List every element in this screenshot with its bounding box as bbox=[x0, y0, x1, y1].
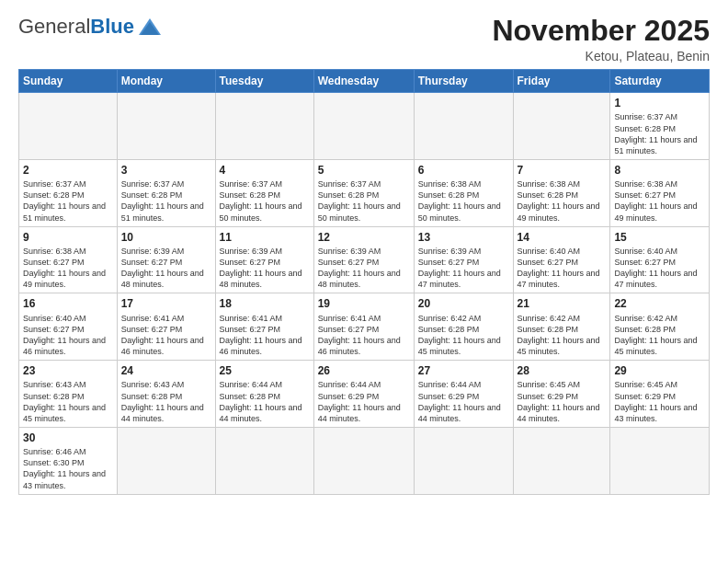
table-row: 15Sunrise: 6:40 AM Sunset: 6:27 PM Dayli… bbox=[610, 226, 710, 293]
table-row: 16Sunrise: 6:40 AM Sunset: 6:27 PM Dayli… bbox=[19, 293, 118, 361]
day-number: 8 bbox=[614, 163, 705, 178]
logo-blue-text: Blue bbox=[90, 15, 134, 39]
table-row: 2Sunrise: 6:37 AM Sunset: 6:28 PM Daylig… bbox=[19, 159, 118, 226]
day-info: Sunrise: 6:39 AM Sunset: 6:27 PM Dayligh… bbox=[418, 246, 509, 291]
day-info: Sunrise: 6:43 AM Sunset: 6:28 PM Dayligh… bbox=[23, 379, 113, 424]
header-tuesday: Tuesday bbox=[215, 70, 313, 93]
day-info: Sunrise: 6:41 AM Sunset: 6:27 PM Dayligh… bbox=[318, 313, 410, 358]
table-row bbox=[513, 427, 610, 494]
table-row bbox=[313, 427, 414, 494]
day-number: 1 bbox=[614, 96, 705, 110]
header-saturday: Saturday bbox=[610, 70, 710, 93]
header-friday: Friday bbox=[513, 70, 610, 93]
day-info: Sunrise: 6:42 AM Sunset: 6:28 PM Dayligh… bbox=[518, 313, 607, 358]
table-row: 13Sunrise: 6:39 AM Sunset: 6:27 PM Dayli… bbox=[414, 226, 513, 293]
table-row bbox=[513, 93, 610, 160]
day-number: 7 bbox=[518, 163, 607, 178]
day-number: 30 bbox=[23, 431, 113, 445]
table-row: 26Sunrise: 6:44 AM Sunset: 6:29 PM Dayli… bbox=[313, 361, 414, 428]
table-row: 12Sunrise: 6:39 AM Sunset: 6:27 PM Dayli… bbox=[313, 226, 414, 293]
day-info: Sunrise: 6:43 AM Sunset: 6:28 PM Dayligh… bbox=[121, 379, 211, 424]
table-row: 30Sunrise: 6:46 AM Sunset: 6:30 PM Dayli… bbox=[19, 427, 118, 494]
table-row bbox=[117, 427, 215, 494]
day-number: 15 bbox=[614, 230, 705, 245]
table-row bbox=[414, 93, 513, 160]
header-sunday: Sunday bbox=[19, 70, 118, 93]
table-row bbox=[215, 93, 313, 160]
day-info: Sunrise: 6:38 AM Sunset: 6:27 PM Dayligh… bbox=[614, 178, 705, 224]
day-number: 18 bbox=[220, 296, 310, 311]
day-number: 28 bbox=[518, 363, 607, 378]
day-info: Sunrise: 6:41 AM Sunset: 6:27 PM Dayligh… bbox=[121, 313, 211, 358]
table-row: 14Sunrise: 6:40 AM Sunset: 6:27 PM Dayli… bbox=[513, 226, 610, 293]
table-row: 27Sunrise: 6:44 AM Sunset: 6:29 PM Dayli… bbox=[414, 361, 513, 428]
table-row: 21Sunrise: 6:42 AM Sunset: 6:28 PM Dayli… bbox=[513, 293, 610, 361]
table-row: 19Sunrise: 6:41 AM Sunset: 6:27 PM Dayli… bbox=[313, 293, 414, 361]
day-info: Sunrise: 6:45 AM Sunset: 6:29 PM Dayligh… bbox=[614, 379, 705, 424]
table-row: 20Sunrise: 6:42 AM Sunset: 6:28 PM Dayli… bbox=[414, 293, 513, 361]
day-info: Sunrise: 6:40 AM Sunset: 6:27 PM Dayligh… bbox=[23, 313, 113, 358]
title-area: November 2025 Ketou, Plateau, Benin bbox=[492, 15, 710, 63]
day-number: 29 bbox=[614, 363, 705, 378]
table-row: 1Sunrise: 6:37 AM Sunset: 6:28 PM Daylig… bbox=[610, 93, 710, 160]
table-row: 9Sunrise: 6:38 AM Sunset: 6:27 PM Daylig… bbox=[19, 226, 118, 293]
day-info: Sunrise: 6:44 AM Sunset: 6:28 PM Dayligh… bbox=[220, 379, 310, 424]
day-info: Sunrise: 6:42 AM Sunset: 6:28 PM Dayligh… bbox=[418, 313, 509, 358]
table-row: 24Sunrise: 6:43 AM Sunset: 6:28 PM Dayli… bbox=[117, 361, 215, 428]
day-number: 20 bbox=[418, 296, 509, 311]
table-row: 23Sunrise: 6:43 AM Sunset: 6:28 PM Dayli… bbox=[19, 361, 118, 428]
logo-general-text: General bbox=[18, 15, 90, 39]
table-row: 4Sunrise: 6:37 AM Sunset: 6:28 PM Daylig… bbox=[215, 159, 313, 226]
day-number: 12 bbox=[318, 230, 410, 245]
day-info: Sunrise: 6:39 AM Sunset: 6:27 PM Dayligh… bbox=[318, 246, 410, 291]
table-row bbox=[215, 427, 313, 494]
day-info: Sunrise: 6:39 AM Sunset: 6:27 PM Dayligh… bbox=[220, 246, 310, 291]
day-number: 27 bbox=[418, 363, 509, 378]
header-monday: Monday bbox=[117, 70, 215, 93]
day-number: 22 bbox=[614, 296, 705, 311]
table-row: 11Sunrise: 6:39 AM Sunset: 6:27 PM Dayli… bbox=[215, 226, 313, 293]
table-row: 25Sunrise: 6:44 AM Sunset: 6:28 PM Dayli… bbox=[215, 361, 313, 428]
location-subtitle: Ketou, Plateau, Benin bbox=[492, 49, 710, 63]
day-info: Sunrise: 6:44 AM Sunset: 6:29 PM Dayligh… bbox=[318, 379, 410, 424]
header: General Blue November 2025 Ketou, Platea… bbox=[18, 15, 710, 63]
weekday-header-row: Sunday Monday Tuesday Wednesday Thursday… bbox=[19, 70, 710, 93]
header-thursday: Thursday bbox=[414, 70, 513, 93]
calendar-table: Sunday Monday Tuesday Wednesday Thursday… bbox=[18, 69, 710, 495]
day-number: 24 bbox=[121, 363, 211, 378]
table-row: 17Sunrise: 6:41 AM Sunset: 6:27 PM Dayli… bbox=[117, 293, 215, 361]
day-info: Sunrise: 6:45 AM Sunset: 6:29 PM Dayligh… bbox=[518, 379, 607, 424]
day-info: Sunrise: 6:37 AM Sunset: 6:28 PM Dayligh… bbox=[220, 178, 310, 224]
table-row: 6Sunrise: 6:38 AM Sunset: 6:28 PM Daylig… bbox=[414, 159, 513, 226]
day-number: 25 bbox=[220, 363, 310, 378]
table-row: 22Sunrise: 6:42 AM Sunset: 6:28 PM Dayli… bbox=[610, 293, 710, 361]
day-info: Sunrise: 6:37 AM Sunset: 6:28 PM Dayligh… bbox=[23, 178, 113, 224]
day-info: Sunrise: 6:46 AM Sunset: 6:30 PM Dayligh… bbox=[23, 446, 113, 491]
day-number: 10 bbox=[121, 230, 211, 245]
table-row: 18Sunrise: 6:41 AM Sunset: 6:27 PM Dayli… bbox=[215, 293, 313, 361]
day-info: Sunrise: 6:44 AM Sunset: 6:29 PM Dayligh… bbox=[418, 379, 509, 424]
day-info: Sunrise: 6:37 AM Sunset: 6:28 PM Dayligh… bbox=[614, 111, 705, 156]
day-info: Sunrise: 6:42 AM Sunset: 6:28 PM Dayligh… bbox=[614, 313, 705, 358]
day-number: 9 bbox=[23, 230, 113, 245]
logo-area: General Blue bbox=[18, 15, 163, 39]
day-number: 4 bbox=[220, 163, 310, 178]
day-number: 6 bbox=[418, 163, 509, 178]
day-info: Sunrise: 6:41 AM Sunset: 6:27 PM Dayligh… bbox=[220, 313, 310, 358]
table-row bbox=[19, 93, 118, 160]
day-number: 5 bbox=[318, 163, 410, 178]
logo-icon bbox=[137, 17, 163, 37]
day-info: Sunrise: 6:37 AM Sunset: 6:28 PM Dayligh… bbox=[318, 178, 410, 224]
logo: General Blue bbox=[18, 15, 163, 39]
day-number: 11 bbox=[220, 230, 310, 245]
day-number: 21 bbox=[518, 296, 607, 311]
table-row bbox=[313, 93, 414, 160]
day-number: 19 bbox=[318, 296, 410, 311]
table-row: 10Sunrise: 6:39 AM Sunset: 6:27 PM Dayli… bbox=[117, 226, 215, 293]
day-info: Sunrise: 6:40 AM Sunset: 6:27 PM Dayligh… bbox=[518, 246, 607, 291]
day-info: Sunrise: 6:40 AM Sunset: 6:27 PM Dayligh… bbox=[614, 246, 705, 291]
day-number: 17 bbox=[121, 296, 211, 311]
table-row bbox=[414, 427, 513, 494]
day-number: 23 bbox=[23, 363, 113, 378]
day-info: Sunrise: 6:38 AM Sunset: 6:28 PM Dayligh… bbox=[518, 178, 607, 224]
